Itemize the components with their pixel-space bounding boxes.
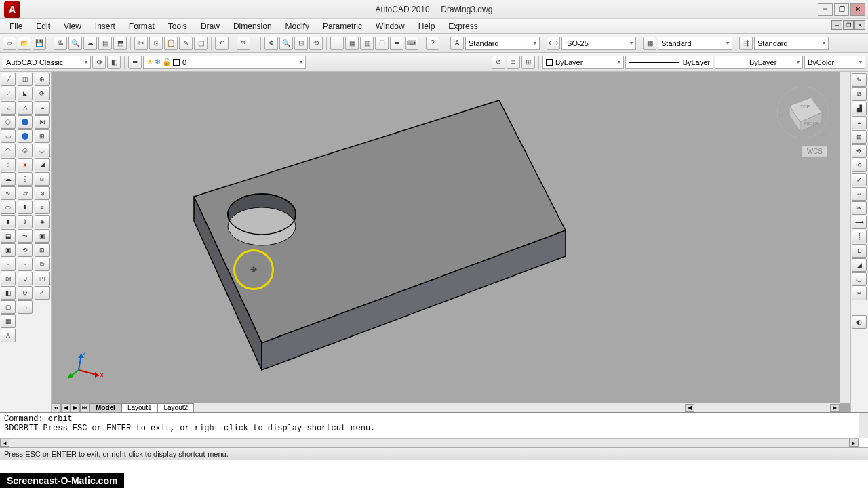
- menu-tools[interactable]: Tools: [161, 20, 194, 33]
- fillet-icon[interactable]: ◡: [852, 272, 867, 286]
- helix-icon[interactable]: §: [18, 172, 33, 186]
- gradient-icon[interactable]: ◧: [1, 286, 16, 300]
- paste-icon[interactable]: 📋: [164, 37, 178, 50]
- point-icon[interactable]: ·: [1, 258, 16, 271]
- tab-model[interactable]: Model: [90, 403, 121, 413]
- save-icon[interactable]: 💾: [33, 37, 46, 50]
- thicken-icon[interactable]: ≡: [35, 201, 50, 214]
- xline-icon[interactable]: ⟋: [1, 87, 16, 100]
- tool-palette-icon[interactable]: ▥: [360, 37, 374, 50]
- zoom-previous-icon[interactable]: ⟲: [309, 37, 323, 50]
- lineweight-dropdown[interactable]: ByLayer: [715, 56, 803, 69]
- circle-icon[interactable]: ○: [1, 158, 16, 171]
- table-style-dropdown[interactable]: Standard: [658, 37, 732, 50]
- break-icon[interactable]: ┊: [852, 230, 867, 243]
- separate-icon[interactable]: ⧉: [35, 258, 50, 271]
- fillet-edge-icon[interactable]: ◡: [35, 144, 50, 157]
- mirror-icon[interactable]: ▟: [852, 102, 867, 115]
- open-icon[interactable]: 📂: [18, 37, 31, 50]
- copy-obj-icon[interactable]: ⧉: [852, 87, 867, 101]
- workspace-settings-icon[interactable]: ⚙: [92, 56, 106, 69]
- array-icon[interactable]: ⊞: [852, 130, 867, 144]
- check-icon[interactable]: ✓: [35, 286, 50, 300]
- menu-draw[interactable]: Draw: [194, 20, 226, 33]
- workspace-save-icon[interactable]: ◧: [107, 56, 121, 69]
- layer-previous-icon[interactable]: ↺: [492, 56, 505, 69]
- cmd-hscroll[interactable]: ◀ ▶: [0, 438, 859, 447]
- pan-icon[interactable]: ✥: [264, 37, 278, 50]
- menu-parametric[interactable]: Parametric: [316, 20, 369, 33]
- menu-modify[interactable]: Modify: [279, 20, 316, 33]
- 3dmirror-icon[interactable]: ⋈: [35, 115, 50, 129]
- table-icon[interactable]: ▦: [1, 314, 16, 328]
- extend-icon[interactable]: ⟶: [852, 216, 867, 229]
- zoom-icon[interactable]: 🔍: [279, 37, 293, 50]
- horizontal-scrollbar[interactable]: ⏮ ◀ ▶ ⏭ Model Layout1 Layout2 ◀ ▶: [52, 403, 840, 412]
- stretch-icon[interactable]: ↔: [852, 187, 867, 201]
- maximize-button[interactable]: ❐: [834, 3, 849, 16]
- presspull-icon[interactable]: ⇕: [18, 215, 33, 228]
- viewcube[interactable]: TOP FRONT S W: [776, 85, 830, 140]
- help-icon[interactable]: ?: [426, 37, 439, 50]
- tab-layout1[interactable]: Layout1: [121, 403, 158, 413]
- ml-style-dropdown[interactable]: Standard: [754, 37, 829, 50]
- join-icon[interactable]: ⊔: [852, 244, 867, 258]
- hatch-icon[interactable]: ▨: [1, 272, 16, 285]
- ellipse-icon[interactable]: ⬭: [1, 201, 16, 214]
- preview-icon[interactable]: 🔍: [68, 37, 82, 50]
- chamfer-icon[interactable]: ◢: [852, 258, 867, 272]
- polygon-icon[interactable]: ⬡: [1, 115, 16, 129]
- linetype-dropdown[interactable]: ByLayer: [625, 56, 713, 69]
- chamfer-edge-icon[interactable]: ◢: [35, 158, 50, 171]
- print-icon[interactable]: 🖶: [54, 37, 67, 50]
- doc-close-button[interactable]: ✕: [854, 20, 865, 30]
- extract-edges-icon[interactable]: ▣: [35, 229, 50, 243]
- menu-insert[interactable]: Insert: [88, 20, 122, 33]
- offset-icon[interactable]: ⫠: [852, 116, 867, 129]
- cmd-vscroll[interactable]: [859, 413, 868, 438]
- move-icon[interactable]: ✥: [852, 144, 867, 158]
- polyline-icon[interactable]: ⟀: [1, 101, 16, 115]
- scroll-right-icon[interactable]: ▶: [830, 404, 840, 412]
- 3darray-icon[interactable]: ⊞: [35, 129, 50, 143]
- workspace-dropdown[interactable]: AutoCAD Classic: [3, 56, 91, 69]
- close-button[interactable]: ✕: [850, 3, 865, 16]
- cut-icon[interactable]: ✂: [134, 37, 148, 50]
- cone-icon[interactable]: △: [18, 101, 33, 115]
- cmd-scroll-right-icon[interactable]: ▶: [849, 439, 859, 447]
- text-style-dropdown[interactable]: Standard: [465, 37, 540, 50]
- erase-icon[interactable]: ✎: [852, 73, 867, 87]
- table-style-icon[interactable]: ▦: [643, 37, 656, 50]
- extrude-icon[interactable]: ⬆: [18, 201, 33, 214]
- layer-manager-icon[interactable]: ≣: [128, 56, 142, 69]
- tab-last-icon[interactable]: ⏭: [80, 403, 90, 413]
- tab-prev-icon[interactable]: ◀: [61, 403, 71, 413]
- command-line[interactable]: Command: orbit 3DORBIT Press ESC or ENTE…: [0, 412, 868, 447]
- line-icon[interactable]: ╱: [1, 73, 16, 86]
- box-icon[interactable]: ◫: [18, 73, 33, 86]
- copy-icon[interactable]: ⎘: [149, 37, 163, 50]
- publish-icon[interactable]: ☁: [83, 37, 97, 50]
- pyramid-icon[interactable]: x: [18, 158, 33, 171]
- sheet-icon[interactable]: ▤: [98, 37, 112, 50]
- menu-help[interactable]: Help: [412, 20, 442, 33]
- calc-icon[interactable]: ⌨: [405, 37, 418, 50]
- rectangle-icon[interactable]: ▭: [1, 129, 16, 143]
- scale-icon[interactable]: ⤢: [852, 173, 867, 186]
- cmd-scroll-left-icon[interactable]: ◀: [0, 439, 9, 447]
- match-icon[interactable]: ✎: [179, 37, 193, 50]
- revolve-icon[interactable]: ⟲: [18, 243, 33, 257]
- ml-style-icon[interactable]: ⇶: [739, 37, 753, 50]
- ellipse-arc-icon[interactable]: ◗: [1, 215, 16, 228]
- menu-edit[interactable]: Edit: [29, 20, 57, 33]
- rotate-icon[interactable]: ⟲: [852, 159, 867, 172]
- layer-state-icon[interactable]: ≡: [507, 56, 520, 69]
- new-icon[interactable]: ▱: [3, 37, 16, 50]
- properties-icon[interactable]: ☰: [330, 37, 344, 50]
- make-block-icon[interactable]: ▣: [1, 243, 16, 257]
- sphere-icon[interactable]: [18, 115, 33, 129]
- doc-minimize-button[interactable]: ─: [831, 20, 842, 30]
- wcs-label[interactable]: WCS: [802, 146, 827, 157]
- tab-next-icon[interactable]: ▶: [71, 403, 80, 413]
- shell-icon[interactable]: ◰: [35, 272, 50, 285]
